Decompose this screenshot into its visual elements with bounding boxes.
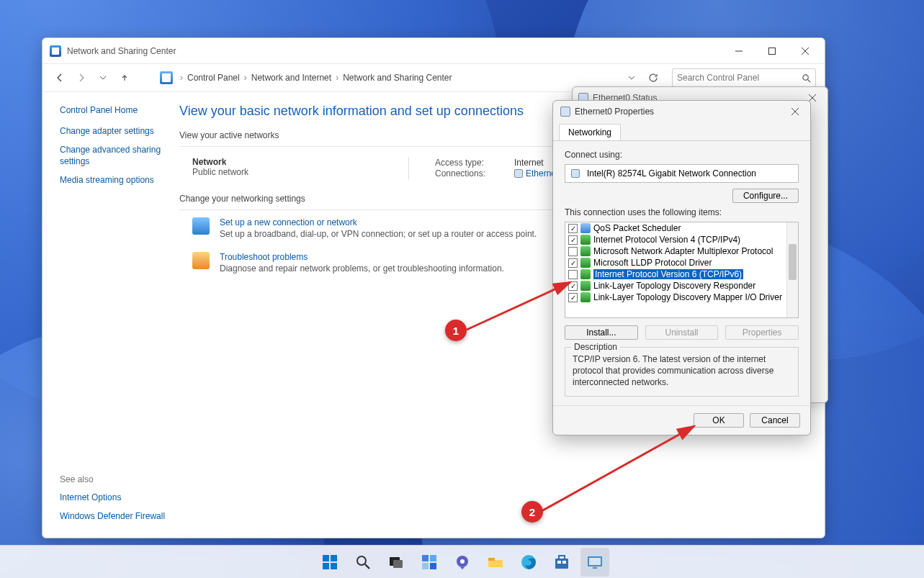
taskbar[interactable] [0, 545, 924, 578]
svg-rect-22 [422, 563, 429, 569]
monitor-icon [580, 223, 591, 233]
search-icon [802, 73, 811, 83]
ok-button[interactable]: OK [694, 413, 744, 428]
protocol-checkbox[interactable]: ✓ [568, 258, 578, 268]
callout-badge-1: 1 [445, 320, 467, 341]
store-button[interactable] [547, 548, 576, 577]
protocol-label: Microsoft LLDP Protocol Driver [593, 258, 712, 268]
svg-line-17 [365, 564, 369, 569]
file-explorer-button[interactable] [481, 548, 510, 577]
protocol-item[interactable]: ✓QoS Packet Scheduler [565, 222, 798, 234]
protocol-item[interactable]: ✓Link-Layer Topology Discovery Responder [565, 280, 798, 292]
network-protocol-icon [580, 258, 591, 268]
breadcrumb[interactable]: › Control Panel › Network and Internet ›… [155, 69, 619, 86]
protocol-label: QoS Packet Scheduler [593, 223, 681, 233]
svg-point-25 [460, 559, 465, 564]
adapter-field: Intel(R) 82574L Gigabit Network Connecti… [565, 164, 799, 183]
sidebar-link-sharing[interactable]: Change advanced sharing settings [60, 144, 171, 167]
see-also-label: See also [60, 474, 171, 484]
crumb-1[interactable]: Network and Internet [251, 73, 331, 83]
nav-up-button[interactable] [116, 69, 133, 86]
protocol-item[interactable]: Internet Protocol Version 6 (TCP/IPv6) [565, 268, 798, 280]
svg-rect-34 [593, 567, 597, 569]
protocol-checkbox[interactable]: ✓ [568, 281, 578, 291]
tab-networking[interactable]: Networking [559, 124, 621, 140]
svg-rect-30 [557, 561, 561, 564]
ethernet-icon [560, 107, 570, 117]
ethernet-icon [514, 169, 523, 178]
breadcrumb-dropdown[interactable] [623, 69, 640, 86]
troubleshoot-desc: Diagnose and repair network problems, or… [220, 263, 504, 274]
connections-key: Connections: [435, 168, 500, 179]
setup-connection-link[interactable]: Set up a new connection or network [220, 217, 537, 227]
protocol-item[interactable]: ✓Internet Protocol Version 4 (TCP/IPv4) [565, 234, 798, 245]
network-name: Network [192, 157, 380, 167]
see-also-firewall[interactable]: Windows Defender Firewall [60, 510, 171, 522]
sidebar-link-adapter[interactable]: Change adapter settings [60, 125, 171, 137]
protocol-checkbox[interactable] [568, 270, 578, 279]
crumb-0[interactable]: Control Panel [187, 73, 240, 83]
start-button[interactable] [315, 548, 344, 577]
svg-point-4 [803, 75, 808, 80]
sidebar-link-media[interactable]: Media streaming options [60, 174, 171, 186]
taskbar-search-button[interactable] [349, 548, 377, 577]
ethernet-properties-dialog: Ethernet0 Properties Networking Connect … [552, 100, 811, 435]
protocol-checkbox[interactable] [568, 247, 578, 256]
network-protocol-icon [580, 281, 591, 291]
titlebar[interactable]: Network and Sharing Center [42, 38, 825, 63]
widgets-button[interactable] [415, 548, 444, 577]
protocol-listbox[interactable]: ✓QoS Packet Scheduler✓Internet Protocol … [565, 222, 799, 318]
protocol-checkbox[interactable]: ✓ [568, 235, 578, 245]
description-text: TCP/IP version 6. The latest version of … [573, 353, 791, 389]
protocol-label: Internet Protocol Version 6 (TCP/IPv6) [593, 269, 743, 279]
svg-rect-14 [323, 563, 329, 569]
svg-rect-12 [323, 555, 329, 561]
access-type-value: Internet [514, 158, 544, 168]
sidebar-home-link[interactable]: Control Panel Home [60, 105, 171, 115]
nav-forward-button[interactable] [73, 69, 90, 86]
control-panel-icon [160, 71, 173, 84]
window-title: Network and Sharing Center [67, 46, 176, 56]
setup-connection-icon [192, 217, 210, 235]
network-center-icon [50, 45, 61, 57]
crumb-2[interactable]: Network and Sharing Center [343, 73, 452, 83]
item-properties-button[interactable]: Properties [725, 325, 799, 340]
maximize-button[interactable] [755, 40, 789, 62]
properties-close-button[interactable] [783, 102, 807, 121]
svg-rect-26 [488, 558, 495, 561]
properties-title: Ethernet0 Properties [575, 107, 654, 117]
task-view-button[interactable] [382, 548, 411, 577]
svg-rect-21 [430, 555, 436, 561]
nav-back-button[interactable] [51, 69, 68, 86]
protocol-item[interactable]: ✓Microsoft LLDP Protocol Driver [565, 257, 798, 268]
protocol-checkbox[interactable]: ✓ [568, 224, 578, 233]
protocol-item[interactable]: Microsoft Network Adapter Multiplexor Pr… [565, 245, 798, 257]
svg-rect-15 [331, 563, 337, 569]
see-also-internet-options[interactable]: Internet Options [60, 492, 171, 503]
network-type: Public network [192, 167, 380, 177]
close-button[interactable] [789, 40, 822, 62]
search-input[interactable]: Search Control Panel [672, 68, 816, 87]
install-button[interactable]: Install... [565, 325, 638, 340]
cancel-button[interactable]: Cancel [750, 413, 800, 428]
configure-button[interactable]: Configure... [732, 189, 799, 203]
protocol-checkbox[interactable]: ✓ [568, 293, 578, 302]
network-protocol-icon [580, 292, 591, 302]
troubleshoot-link[interactable]: Troubleshoot problems [220, 252, 504, 262]
items-label: This connection uses the following items… [565, 207, 799, 217]
protocol-label: Link-Layer Topology Discovery Mapper I/O… [593, 292, 782, 302]
control-panel-taskbar-button[interactable] [580, 548, 609, 577]
protocol-item[interactable]: ✓Link-Layer Topology Discovery Mapper I/… [565, 292, 798, 303]
minimize-button[interactable] [722, 40, 755, 62]
callout-badge-2: 2 [521, 501, 543, 523]
refresh-button[interactable] [645, 69, 662, 86]
edge-button[interactable] [514, 548, 543, 577]
tabstrip: Networking [553, 122, 810, 141]
svg-point-16 [357, 556, 366, 565]
nav-recent-dropdown[interactable] [94, 69, 112, 86]
protocol-label: Internet Protocol Version 4 (TCP/IPv4) [593, 235, 740, 245]
listbox-scrollbar[interactable] [786, 222, 798, 317]
chat-button[interactable] [448, 548, 477, 577]
network-adapter-icon [571, 169, 580, 178]
uninstall-button[interactable]: Uninstall [645, 325, 719, 340]
